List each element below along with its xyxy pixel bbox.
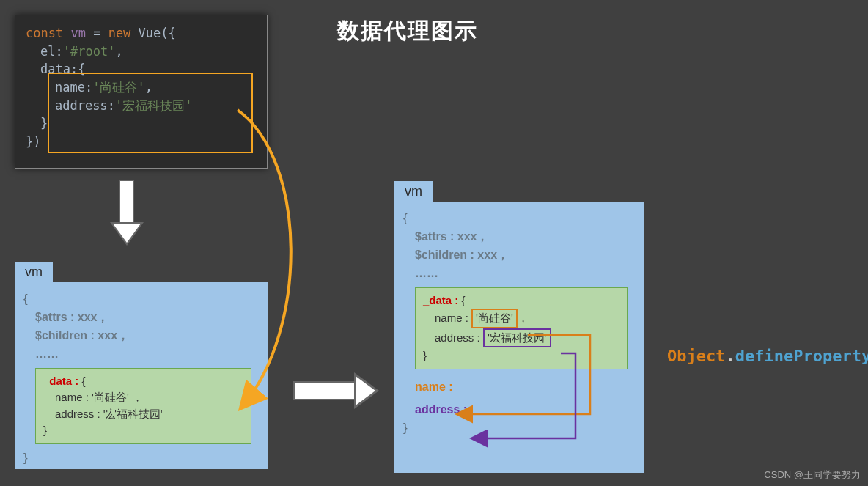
- vm-attrs-line: $attrs : xxx，: [403, 228, 635, 246]
- data-address-line: address : '宏福科技园': [43, 406, 243, 423]
- code-str-el: '#root': [63, 44, 116, 59]
- code-block: const vm = new Vue({ el:'#root', data:{ …: [15, 15, 268, 169]
- code-str-address: '宏福科技园': [115, 98, 192, 113]
- data-address-line: address : '宏福科技园': [423, 328, 619, 348]
- vm-data-block: _data : { name : '尚硅谷'， address : '宏福科技园…: [415, 287, 628, 369]
- code-var-vm: vm: [70, 26, 85, 40]
- code-keyword-new: new: [108, 26, 131, 40]
- name-value-highlight: '尚硅谷': [471, 309, 518, 328]
- code-str-name: '尚硅谷': [92, 80, 144, 95]
- vm-tab-label: vm: [15, 262, 53, 283]
- arrow-right-icon: [293, 372, 385, 409]
- diagram-title: 数据代理图示: [337, 16, 478, 46]
- vm-children-line: $children : xxx，: [23, 327, 259, 345]
- data-key-label: _data :: [423, 294, 458, 306]
- code-keyword-const: const: [26, 26, 63, 40]
- vm-data-block: _data : { name : '尚硅谷' ， address : '宏福科技…: [35, 368, 251, 444]
- vm-children-line: $children : xxx，: [403, 246, 635, 265]
- code-class-vue: Vue: [130, 26, 161, 40]
- define-property-label: Object.defineProperty: [667, 347, 868, 365]
- vm-tab-label: vm: [394, 181, 433, 202]
- vm-box-left: vm { $attrs : xxx， $children : xxx， …… _…: [15, 282, 268, 469]
- vm-box-right: vm { $attrs : xxx， $children : xxx， …… _…: [394, 202, 644, 473]
- watermark: CSDN @王同学要努力: [764, 468, 861, 482]
- data-key-label: _data :: [43, 375, 78, 387]
- proxy-address-key: address :: [403, 401, 635, 419]
- vm-attrs-line: $attrs : xxx，: [23, 309, 259, 327]
- data-name-line: name : '尚硅谷'，: [423, 309, 619, 328]
- address-value-highlight: '宏福科技园': [483, 328, 551, 348]
- data-name-line: name : '尚硅谷' ，: [43, 389, 243, 406]
- arrow-down-icon: [110, 180, 143, 249]
- proxy-name-key: name :: [403, 378, 635, 397]
